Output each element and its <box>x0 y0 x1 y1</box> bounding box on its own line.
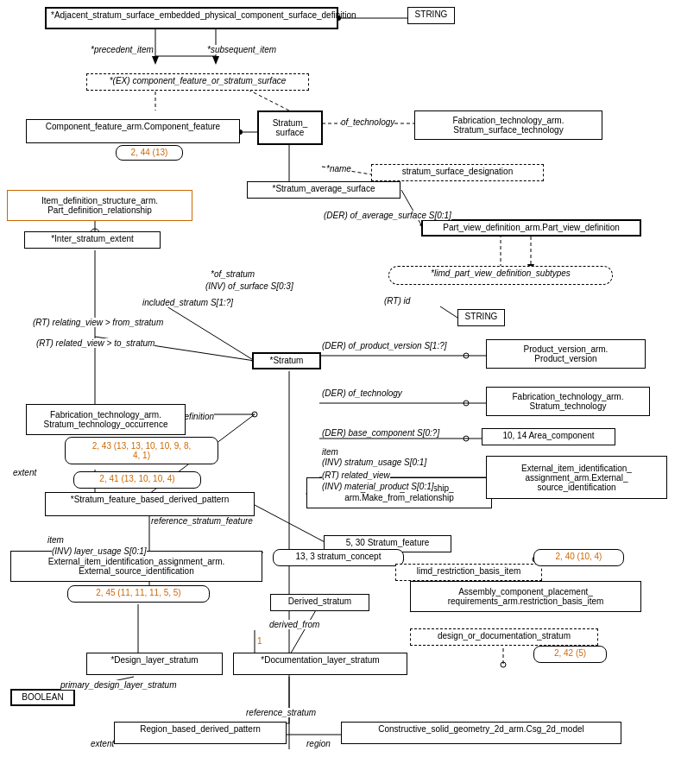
string1-label: STRING <box>415 9 448 19</box>
limd-part-label: *limd_part_view_definition_subtypes <box>431 268 571 278</box>
csg-2d-node: Constructive_solid_geometry_2d_arm.Csg_2… <box>341 722 621 744</box>
external-id1-node: External_item_identification_assignment_… <box>486 456 667 499</box>
assembly-comp-node: Assembly_component_placement_requirement… <box>410 581 641 612</box>
svg-point-35 <box>464 436 469 441</box>
item-def-node: Item_definition_structure_arm.Part_defin… <box>7 190 192 221</box>
reference-stratum-label: reference_stratum <box>246 708 316 717</box>
cnt-13-3-node: 13, 3 stratum_concept <box>273 549 404 566</box>
limd-part-node: *limd_part_view_definition_subtypes <box>388 266 613 285</box>
rt-id-label: (RT) id <box>384 296 410 306</box>
sfbdp-node: *Stratum_feature_based_derived_pattern <box>45 492 255 516</box>
name2-label: *name <box>326 164 351 174</box>
region-based-label: Region_based_derived_pattern <box>140 724 261 734</box>
inter-stratum-node: *Inter_stratum_extent <box>24 231 161 249</box>
design-layer-label: *Design_layer_stratum <box>110 655 198 665</box>
component-feature-node: Component_feature_arm.Component_feature <box>26 119 240 143</box>
stratum-surface-node: Stratum_surface <box>257 110 323 145</box>
product-version-node: Product_version_arm.Product_version <box>486 339 646 369</box>
limd-restrict-node: limd_restriction_basis_item <box>395 564 542 581</box>
inv-stratum-usage-label: (INV) stratum_usage S[0:1] <box>322 458 426 467</box>
der-avg-label: (DER) of_average_surface S[0:1] <box>324 211 451 220</box>
stratum-avg-label: *Stratum_average_surface <box>273 184 375 193</box>
stratum-surface-desig-label: stratum_surface_designation <box>402 167 513 176</box>
part-view-def-node: Part_view_definition_arm.Part_view_defin… <box>421 219 641 237</box>
extent1-label: extent <box>13 468 36 477</box>
svg-marker-6 <box>152 56 159 65</box>
rt-relating-label: (RT) relating_view > from_stratum <box>33 318 163 327</box>
fab-tech-occurrence-label: Fabrication_technology_arm.Stratum_techn… <box>44 410 168 429</box>
limd-restrict-label: limd_restriction_basis_item <box>417 566 521 576</box>
sfbdp-label: *Stratum_feature_based_derived_pattern <box>71 495 229 504</box>
inv-of-surface-label: (INV) of_surface S[0:3] <box>205 281 293 291</box>
area-component-label: 10, 14 Area_component <box>502 431 594 440</box>
part-view-def-label: Part_view_definition_arm.Part_view_defin… <box>443 223 620 232</box>
diagram-container: *Adjacent_stratum_surface_embedded_physi… <box>0 0 700 770</box>
fabrication-tech-label: Fabrication_technology_arm.Stratum_surfa… <box>453 116 564 135</box>
component-feature-label: Component_feature_arm.Component_feature <box>46 122 220 131</box>
adjacent-stratum-node: *Adjacent_stratum_surface_embedded_physi… <box>45 7 338 29</box>
rt-related2-label: (RT) related_view <box>322 470 390 480</box>
doc-layer-node: *Documentation_layer_stratum <box>233 653 407 675</box>
cnt-2-41-node: 2, 41 (13, 10, 10, 4) <box>73 471 201 489</box>
stratum-surface-desig-node: stratum_surface_designation <box>371 164 544 181</box>
assembly-comp-label: Assembly_component_placement_requirement… <box>448 587 604 606</box>
fabrication-def-label: Fabrication_technology_arm.Stratum_techn… <box>26 404 186 435</box>
subsequent-label: *subsequent_item <box>207 45 276 54</box>
stratum-feature-label: 5, 30 Stratum_feature <box>346 538 430 547</box>
stratum-main-label: *Stratum <box>270 356 304 365</box>
inter-stratum-label: *Inter_stratum_extent <box>51 234 134 243</box>
boolean-label: BOOLEAN <box>22 692 63 702</box>
svg-line-42 <box>255 505 328 544</box>
csg-2d-label: Constructive_solid_geometry_2d_arm.Csg_2… <box>378 724 583 734</box>
svg-point-57 <box>501 662 506 667</box>
ex-component-node: *(EX) component_feature_or_stratum_surfa… <box>86 73 309 91</box>
cnt-2-42-label: 2, 42 (5) <box>554 648 586 658</box>
svg-line-54 <box>289 604 319 656</box>
svg-line-17 <box>401 190 423 228</box>
svg-line-29 <box>440 306 457 318</box>
region-based-node: Region_based_derived_pattern <box>114 722 287 744</box>
item-def-label: Item_definition_structure_arm.Part_defin… <box>41 196 158 215</box>
svg-marker-7 <box>212 56 219 65</box>
cnt-2-43-node: 2, 43 (13, 13, 10, 10, 9, 8,4, 1) <box>65 437 218 464</box>
cnt-2-43-label: 2, 43 (13, 13, 10, 10, 9, 8,4, 1) <box>92 441 192 460</box>
cnt-2-40-label: 2, 40 (10, 4) <box>556 552 602 561</box>
external-id2-label: External_item_identification_assignment_… <box>48 557 225 576</box>
cnt-2-45-node: 2, 45 (11, 11, 11, 5, 5) <box>67 585 210 603</box>
primary-design-label: primary_design_layer_stratum <box>60 680 177 690</box>
cnt-2-40-node: 2, 40 (10, 4) <box>533 549 624 566</box>
derived-stratum-node: Derived_stratum <box>270 594 369 611</box>
derived-stratum-label: Derived_stratum <box>288 596 351 606</box>
product-version-label: Product_version_arm.Product_version <box>524 344 609 363</box>
fabrication-tech-node: Fabrication_technology_arm.Stratum_surfa… <box>414 110 602 140</box>
design-layer-node: *Design_layer_stratum <box>86 653 223 675</box>
region-label: region <box>306 739 331 748</box>
ref-stratum-feat-label: reference_stratum_feature <box>151 516 253 526</box>
item-label: item <box>322 447 338 457</box>
adjacent-stratum-label: *Adjacent_stratum_surface_embedded_physi… <box>51 10 356 20</box>
doc-layer-label: *Documentation_layer_stratum <box>261 655 379 665</box>
rt-id-span: (RT) id <box>384 296 410 306</box>
design-doc-stratum-label: design_or_documentation_stratum <box>438 631 571 641</box>
stratum-surface-label: Stratum_surface <box>273 118 308 137</box>
derived-from-label: derived_from <box>269 620 319 629</box>
svg-point-40 <box>252 412 257 417</box>
string1-node: STRING <box>407 7 455 24</box>
stratum-avg-node: *Stratum_average_surface <box>247 181 400 199</box>
cnt-2-44-node: 2, 44 (13) <box>116 145 183 161</box>
rt-related-label: (RT) related_view > to_stratum <box>36 338 155 348</box>
svg-point-33 <box>464 401 469 406</box>
cnt-2-45-label: 2, 45 (11, 11, 11, 5, 5) <box>96 588 180 597</box>
inv-material-label: (INV) material_product S[0:1] <box>322 482 434 491</box>
of-stratum-label: *of_stratum <box>211 269 255 279</box>
included-stratum-label: included_stratum S[1:?] <box>142 298 233 307</box>
ex-component-label: *(EX) component_feature_or_stratum_surfa… <box>110 76 287 85</box>
external-id1-label: External_item_identification_assignment_… <box>521 464 632 492</box>
cnt-13-3-label: 13, 3 stratum_concept <box>296 552 382 561</box>
string2-node: STRING <box>457 309 505 326</box>
string2-label: STRING <box>465 312 498 321</box>
cnt-2-42-node: 2, 42 (5) <box>533 646 607 663</box>
design-doc-stratum-node: design_or_documentation_stratum <box>410 628 598 646</box>
of-technology-label: of_technology <box>341 117 394 127</box>
one-label: 1 <box>257 636 262 646</box>
